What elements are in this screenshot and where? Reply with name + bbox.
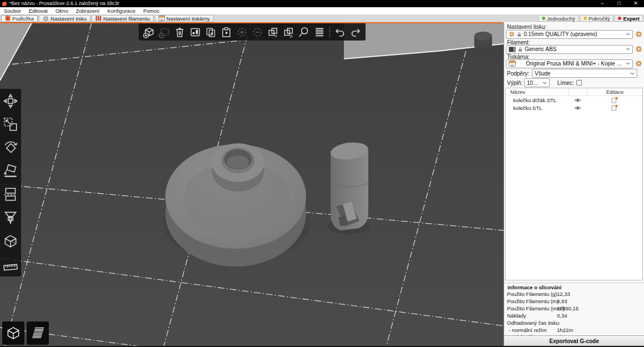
mode-advanced-button[interactable]: Pokročilý — [580, 15, 613, 22]
object-row[interactable]: kolečko.STL — [506, 104, 642, 112]
search-button[interactable] — [297, 25, 311, 39]
supports-label: Podpěry: — [507, 71, 529, 77]
export-gcode-button[interactable]: Exportovat G-code — [504, 335, 644, 346]
variable-layer-height-button[interactable] — [312, 25, 327, 39]
tab-printer-settings[interactable]: Nastavení tiskárny — [155, 15, 214, 22]
add-instance-icon — [235, 26, 249, 39]
cut-tool-button[interactable] — [1, 185, 20, 204]
split-to-objects-button[interactable]: o — [266, 25, 280, 39]
menu-item-edit[interactable]: Editovat — [25, 7, 52, 14]
mode-expert-button[interactable]: Expert — [615, 15, 643, 22]
undo-button[interactable] — [333, 25, 347, 39]
place-on-face-tool-button[interactable] — [1, 162, 20, 180]
editor-cube-icon — [5, 325, 22, 341]
remove-instance-button[interactable] — [250, 25, 265, 39]
info-row-filament-g: Použito Filamentu (g) 12,33 — [504, 291, 644, 298]
tab-bar: Podložka Nastavení tisku Nastavení filam… — [0, 14, 644, 22]
infill-select[interactable]: 100% — [524, 78, 550, 87]
slicing-info-title: Informace o slicování — [504, 284, 644, 291]
remove-object-button[interactable] — [157, 25, 171, 39]
menu-bar: Soubor Editovat Okno Zobrazení Konfigura… — [0, 7, 644, 14]
sliced-layers-icon — [29, 325, 46, 341]
edit-document-icon — [611, 104, 618, 111]
menu-item-configuration[interactable]: Konfigurace — [103, 7, 139, 14]
edit-object-button[interactable] — [587, 104, 642, 111]
scale-tool-button[interactable] — [1, 115, 20, 134]
redo-button[interactable] — [348, 25, 363, 39]
supports-select[interactable]: Všude — [532, 69, 637, 78]
scale-icon — [2, 116, 19, 133]
distant-object[interactable] — [474, 32, 492, 48]
add-instance-button[interactable] — [235, 25, 249, 39]
split-parts-icon: p — [282, 26, 295, 39]
plater-icon — [5, 16, 11, 21]
object-list: Název Editace kolečko držák.STL kolečko.… — [505, 88, 643, 280]
menu-item-help[interactable]: Pomoc — [139, 7, 164, 14]
paint-brush-icon — [2, 209, 19, 226]
window-title: *Bez názvu - PrusaSlicer-2.6.1 založený … — [9, 0, 119, 7]
minimize-button[interactable]: – — [594, 0, 611, 7]
editor-view-button[interactable] — [2, 321, 24, 345]
gear-icon — [635, 46, 642, 53]
print-settings-select[interactable]: 0.15mm QUALITY (upraveno) — [506, 30, 633, 39]
info-label: Použito Filamentu (m) — [507, 298, 559, 304]
3d-viewport[interactable]: o p — [0, 23, 504, 347]
paste-button[interactable] — [219, 25, 234, 39]
lock-icon — [517, 32, 521, 37]
object-row[interactable]: kolečko držák.STL — [506, 96, 642, 104]
add-object-button[interactable] — [141, 25, 156, 39]
move-tool-button[interactable] — [1, 92, 20, 110]
info-row-time-normal: - normální režim 1h22m — [504, 327, 644, 334]
toggle-visibility-button[interactable] — [569, 98, 587, 103]
chevron-down-icon — [630, 72, 635, 75]
supports-value: Všude — [535, 71, 628, 77]
cut-icon — [2, 186, 19, 203]
printer-select[interactable]: Original Prusa MINI & MINI+ - Kopie (upr… — [506, 59, 633, 68]
remove-instance-icon — [251, 26, 264, 39]
preview-view-button[interactable] — [27, 321, 49, 345]
tab-print-settings[interactable]: Nastavení tisku — [39, 15, 90, 22]
rotate-tool-button[interactable] — [1, 138, 20, 157]
filament-spool-icon — [95, 16, 102, 21]
info-label: Náklady — [507, 313, 526, 319]
measure-tool-button[interactable] — [1, 255, 20, 274]
object-kolecko-drzak[interactable] — [327, 140, 369, 234]
menu-item-file[interactable]: Soubor — [0, 7, 25, 14]
mode-simple-button[interactable]: Jednoduchý — [539, 15, 579, 22]
delete-all-button[interactable] — [173, 25, 187, 39]
edit-object-button[interactable] — [587, 97, 642, 103]
undo-icon — [333, 26, 347, 39]
layer-height-icon — [313, 26, 326, 39]
info-label: Použito Filamentu (g) — [507, 291, 557, 297]
gear-icon — [43, 16, 49, 22]
add-cube-icon — [142, 26, 155, 39]
tab-filament-settings[interactable]: Nastavení filamentu — [92, 15, 154, 22]
printer-gear-button[interactable] — [635, 59, 643, 68]
brim-checkbox[interactable] — [576, 80, 582, 86]
seam-cube-icon — [2, 233, 19, 249]
tab-filament-settings-label: Nastavení filamentu — [103, 16, 150, 22]
copy-button[interactable] — [204, 25, 218, 39]
close-button[interactable]: ✕ — [627, 0, 644, 7]
print-settings-gear-button[interactable] — [635, 30, 643, 38]
filament-select[interactable]: Generic ABS — [506, 45, 633, 54]
paint-supports-tool-button[interactable] — [1, 208, 20, 227]
prusaslicer-logo-icon — [2, 2, 7, 6]
menu-item-window[interactable]: Okno — [52, 7, 72, 14]
advanced-mode-dot-icon — [584, 17, 587, 20]
toggle-visibility-button[interactable] — [569, 105, 587, 110]
info-label: - normální režim — [507, 327, 547, 333]
arrange-button[interactable] — [188, 25, 202, 39]
column-name-header: Název — [506, 89, 569, 95]
copy-icon — [204, 26, 217, 39]
tab-plater[interactable]: Podložka — [1, 15, 38, 22]
filament-gear-button[interactable] — [635, 45, 643, 53]
slicing-info: Informace o slicování Použito Filamentu … — [504, 283, 644, 340]
object-name: kolečko držák.STL — [506, 97, 569, 103]
expert-mode-dot-icon — [618, 17, 621, 20]
menu-item-view[interactable]: Zobrazení — [72, 7, 104, 14]
split-to-parts-button[interactable]: p — [281, 25, 296, 39]
maximize-button[interactable]: □ — [611, 0, 627, 7]
mode-simple-label: Jednoduchý — [547, 16, 575, 22]
seam-tool-button[interactable] — [1, 232, 20, 250]
